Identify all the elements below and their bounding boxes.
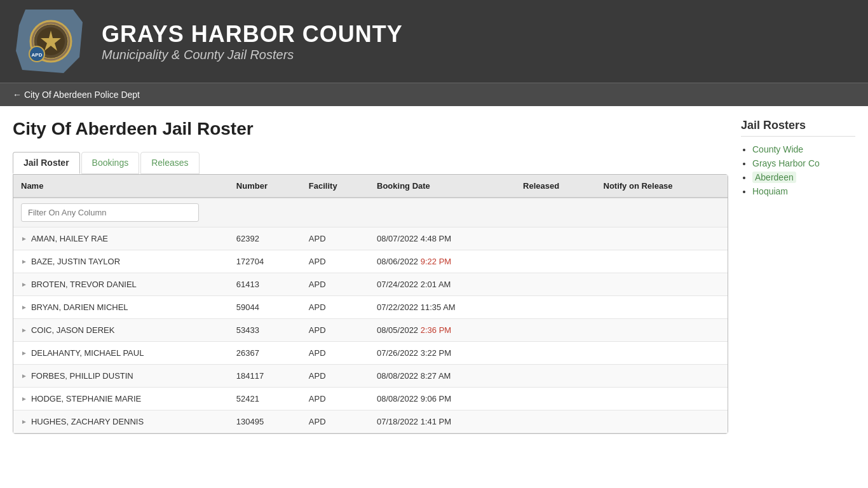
cell-released <box>515 273 595 296</box>
cell-booking-date: 08/07/2022 4:48 PM <box>369 227 515 250</box>
table-row[interactable]: ►COIC, JASON DEREK53433APD08/05/2022 2:3… <box>13 319 728 342</box>
col-name: Name <box>13 175 229 198</box>
row-expand-icon[interactable]: ► <box>21 418 27 425</box>
inmate-name: DELAHANTY, MICHAEL PAUL <box>31 348 144 358</box>
cell-name: ►BRYAN, DARIEN MICHEL <box>13 296 229 319</box>
cell-name: ►FORBES, PHILLIP DUSTIN <box>13 365 229 388</box>
sidebar-item-aberdeen: Aberdeen <box>752 172 855 182</box>
row-expand-icon[interactable]: ► <box>21 235 27 242</box>
cell-facility: APD <box>301 319 369 342</box>
sidebar-link-hoquiam[interactable]: Hoquiam <box>752 186 788 196</box>
content-area: City Of Aberdeen Jail Roster Jail Roster… <box>13 119 728 434</box>
cell-booking-date: 08/08/2022 8:27 AM <box>369 365 515 388</box>
col-facility: Facility <box>301 175 369 198</box>
tab-releases[interactable]: Releases <box>140 152 199 174</box>
col-number: Number <box>229 175 301 198</box>
cell-name: ►BROTEN, TREVOR DANIEL <box>13 273 229 296</box>
col-released: Released <box>515 175 595 198</box>
sidebar-link-county-wide[interactable]: County Wide <box>752 144 803 154</box>
cell-notify <box>596 388 728 410</box>
cell-notify <box>596 410 728 433</box>
filter-input[interactable] <box>21 203 199 222</box>
tab-bookings[interactable]: Bookings <box>81 152 140 174</box>
table-row[interactable]: ►FORBES, PHILLIP DUSTIN184117APD08/08/20… <box>13 365 728 388</box>
inmate-name: HODGE, STEPHANIE MARIE <box>31 394 141 403</box>
table-row[interactable]: ►DELAHANTY, MICHAEL PAUL26367APD07/26/20… <box>13 342 728 365</box>
site-logo: APD <box>13 6 89 76</box>
cell-facility: APD <box>301 365 369 388</box>
sidebar-item-county-wide: County Wide <box>752 144 855 154</box>
cell-booking-date: 08/06/2022 9:22 PM <box>369 250 515 273</box>
date-highlight: 9:22 PM <box>421 257 451 266</box>
site-header: APD GRAYS HARBOR COUNTY Municipality & C… <box>0 0 868 83</box>
cell-number: 61413 <box>229 273 301 296</box>
cell-name: ►HODGE, STEPHANIE MARIE <box>13 388 229 410</box>
cell-facility: APD <box>301 296 369 319</box>
inmate-name: BRYAN, DARIEN MICHEL <box>31 302 128 312</box>
cell-name: ►HUGHES, ZACHARY DENNIS <box>13 410 229 433</box>
nav-bar: ← City Of Aberdeen Police Dept <box>0 83 868 106</box>
row-expand-icon[interactable]: ► <box>21 327 27 334</box>
cell-facility: APD <box>301 388 369 410</box>
cell-number: 172704 <box>229 250 301 273</box>
cell-notify <box>596 273 728 296</box>
cell-booking-date: 07/22/2022 11:35 AM <box>369 296 515 319</box>
cell-notify <box>596 319 728 342</box>
inmate-name: BAZE, JUSTIN TAYLOR <box>31 257 120 266</box>
date-highlight: 2:36 PM <box>421 325 451 335</box>
table-row[interactable]: ►BROTEN, TREVOR DANIEL61413APD07/24/2022… <box>13 273 728 296</box>
cell-booking-date: 08/05/2022 2:36 PM <box>369 319 515 342</box>
site-title: GRAYS HARBOR COUNTY <box>102 21 403 48</box>
sidebar: Jail Rosters County Wide Grays Harbor Co… <box>741 119 855 434</box>
main-container: City Of Aberdeen Jail Roster Jail Roster… <box>0 106 868 447</box>
table-header-row: Name Number Facility Booking Date Releas… <box>13 175 728 198</box>
table-row[interactable]: ►BAZE, JUSTIN TAYLOR172704APD08/06/2022 … <box>13 250 728 273</box>
row-expand-icon[interactable]: ► <box>21 372 27 379</box>
table-row[interactable]: ►HUGHES, ZACHARY DENNIS130495APD07/18/20… <box>13 410 728 433</box>
table-row[interactable]: ►BRYAN, DARIEN MICHEL59044APD07/22/2022 … <box>13 296 728 319</box>
table-row[interactable]: ►HODGE, STEPHANIE MARIE52421APD08/08/202… <box>13 388 728 410</box>
filter-row <box>13 198 728 227</box>
header-text-block: GRAYS HARBOR COUNTY Municipality & Count… <box>102 21 403 62</box>
tab-jail-roster[interactable]: Jail Roster <box>13 152 80 174</box>
cell-booking-date: 07/18/2022 1:41 PM <box>369 410 515 433</box>
inmate-name: AMAN, HAILEY RAE <box>31 234 108 243</box>
cell-number: 62392 <box>229 227 301 250</box>
cell-released <box>515 410 595 433</box>
row-expand-icon[interactable]: ► <box>21 395 27 402</box>
cell-booking-date: 07/24/2022 2:01 AM <box>369 273 515 296</box>
roster-table-wrapper: Name Number Facility Booking Date Releas… <box>13 174 728 434</box>
row-expand-icon[interactable]: ► <box>21 349 27 356</box>
cell-facility: APD <box>301 250 369 273</box>
cell-number: 59044 <box>229 296 301 319</box>
cell-released <box>515 388 595 410</box>
sidebar-title: Jail Rosters <box>741 119 855 137</box>
col-booking-date: Booking Date <box>369 175 515 198</box>
cell-facility: APD <box>301 410 369 433</box>
inmate-name: COIC, JASON DEREK <box>31 325 114 335</box>
sidebar-link-grays-harbor[interactable]: Grays Harbor Co <box>752 158 820 168</box>
tab-bar: Jail Roster Bookings Releases <box>13 152 728 174</box>
page-title: City Of Aberdeen Jail Roster <box>13 119 728 139</box>
sidebar-link-aberdeen[interactable]: Aberdeen <box>752 172 796 183</box>
cell-facility: APD <box>301 227 369 250</box>
cell-released <box>515 319 595 342</box>
cell-name: ►COIC, JASON DEREK <box>13 319 229 342</box>
inmate-name: HUGHES, ZACHARY DENNIS <box>31 417 144 426</box>
row-expand-icon[interactable]: ► <box>21 258 27 265</box>
cell-number: 184117 <box>229 365 301 388</box>
row-expand-icon[interactable]: ► <box>21 281 27 288</box>
back-link[interactable]: ← City Of Aberdeen Police Dept <box>13 90 140 100</box>
row-expand-icon[interactable]: ► <box>21 304 27 311</box>
cell-name: ►DELAHANTY, MICHAEL PAUL <box>13 342 229 365</box>
cell-notify <box>596 342 728 365</box>
cell-number: 130495 <box>229 410 301 433</box>
table-row[interactable]: ►AMAN, HAILEY RAE62392APD08/07/2022 4:48… <box>13 227 728 250</box>
cell-number: 26367 <box>229 342 301 365</box>
roster-table: Name Number Facility Booking Date Releas… <box>13 175 728 433</box>
cell-notify <box>596 227 728 250</box>
sidebar-links: County Wide Grays Harbor Co Aberdeen Hoq… <box>741 144 855 196</box>
cell-number: 53433 <box>229 319 301 342</box>
inmate-name: FORBES, PHILLIP DUSTIN <box>31 371 133 381</box>
cell-notify <box>596 296 728 319</box>
